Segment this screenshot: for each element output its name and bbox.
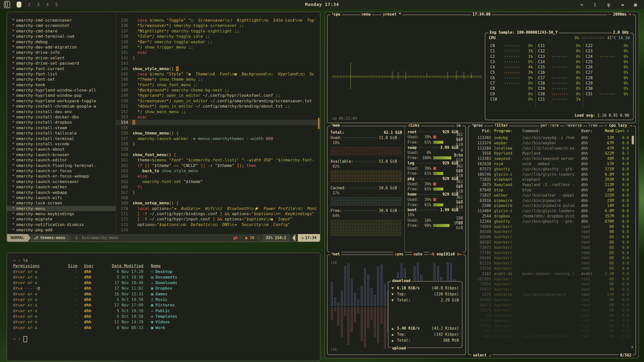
process-row[interactable]: 73656kworker/root0B0.0 (471, 282, 629, 287)
process-row[interactable]: 87649btopbtopdhh26M0.0 (471, 188, 629, 193)
file-item[interactable]: *omarchy-hyprland-window-close-all (7, 87, 116, 93)
file-item[interactable]: *omarchy-drive-info (7, 50, 116, 55)
file-item[interactable]: *omarchy-launch-or-focus-webapp (7, 173, 116, 179)
process-row[interactable]: 2075XwaylandXwayland :1 -rootless -dhh11… (471, 182, 629, 188)
process-row[interactable]: 76575kworker/root0B0.0 (471, 308, 629, 313)
file-item[interactable]: *omarchy-install-docker-dbs (7, 114, 116, 120)
reverse-toggle[interactable]: reverse (565, 123, 583, 128)
process-row[interactable]: 81310kworker/root0B0.0 (471, 261, 629, 266)
process-row[interactable]: 1162avahi-daavahi-daemon: running [avahi… (471, 271, 629, 277)
file-item[interactable]: *omarchy-menu-keybindings (7, 211, 116, 216)
process-row[interactable]: 113284localsea/usr/lib/localsearch-exdhh… (471, 146, 629, 151)
net-auto-toggle[interactable]: auto (412, 252, 424, 256)
preset-button[interactable]: preset * (382, 12, 402, 17)
file-item[interactable]: *omarchy-launch-screensaver (7, 179, 116, 184)
file-item[interactable]: *omarchy-launch-wifi (7, 195, 116, 200)
process-row[interactable]: 68586kworker/root0B0.0 (471, 235, 629, 240)
file-item[interactable]: *omarchy-launch-or-focus (7, 168, 116, 173)
process-row[interactable]: 1916HyprlandHyprlanddhh422M0.1 (471, 151, 629, 156)
process-list[interactable]: 113365swaybg/usr/bin/swaybg -i /homdhh13… (471, 135, 629, 348)
process-row[interactable]: 71837walker/usr/bin/walker --gappldhh325… (471, 193, 629, 198)
file-item[interactable]: *omarchy-launch-browser (7, 152, 116, 157)
tree-toggle[interactable]: tree (587, 123, 599, 128)
file-item[interactable]: *omarchy-cmd-screenshot (7, 23, 116, 28)
file-item[interactable]: *omarchy-launch-editor (7, 157, 116, 163)
mem-box-title[interactable]: 2mem (330, 123, 341, 128)
file-item[interactable]: *omarchy-cmd-terminal-cwd (7, 34, 116, 39)
file-item[interactable]: *omarchy-launch-webapp (7, 190, 116, 195)
file-item[interactable]: *omarchy-migrate (7, 216, 116, 222)
disks-title[interactable]: disks (407, 123, 421, 128)
code-buffer[interactable]: 135 case $(menu "Toggle" "▢ Screensaver\… (116, 12, 320, 234)
process-row[interactable]: 12244ghostty/usr/bin/ghostty --gtk-dhh87… (471, 219, 629, 224)
process-row[interactable]: 74869kworker/root0B0.0 (471, 224, 629, 230)
file-item[interactable]: *omarchy-launch-floating-terminal- (7, 163, 116, 168)
filter-button[interactable]: filter (493, 123, 509, 128)
file-item[interactable]: *omarchy-install-tailscale (7, 130, 116, 136)
file-item[interactable]: *omarchy-drive-set-password (7, 61, 116, 66)
file-item[interactable]: *omarchy-font-list (7, 71, 116, 77)
per-core-toggle[interactable]: per-core (539, 123, 560, 128)
file-item[interactable]: *omarchy-install-dropbox (7, 120, 116, 125)
file-item[interactable]: *omarchy-lock-screen (7, 200, 116, 206)
process-row[interactable]: 63816pipewire/usr/bin/pipewiredhh25M0.0 (471, 198, 629, 203)
select-footer[interactable]: select ↓ (471, 353, 493, 357)
file-item[interactable]: *omarchy-launch-walker (7, 184, 116, 190)
net-sync-toggle[interactable]: sync (393, 252, 405, 256)
file-item[interactable]: *omarchy-launch-about (7, 147, 116, 152)
process-row[interactable]: 2506pipewire/usr/bin/pipewire-pulsedhh14… (471, 203, 629, 208)
process-row[interactable]: 113404glycin-i/usr/lib/glycin-loadersdhh… (471, 208, 629, 214)
process-row[interactable]: 102638nvimnvim --embed .dhh57M0.0 (471, 161, 629, 167)
file-item[interactable]: *omarchy-cmd-screensaver (7, 18, 116, 23)
file-item[interactable]: *omarchy-install-dev-env (7, 109, 116, 114)
net-box-title[interactable]: 3net (330, 252, 341, 256)
scrollbar-thumb[interactable] (318, 118, 319, 129)
process-row[interactable]: 73703kworker/root0B0.0 (471, 250, 629, 256)
process-row[interactable]: 106746glycin-i/usr/lib/glycin-loadersdhh… (471, 172, 629, 177)
proc-scrollbar-thumb[interactable] (632, 136, 634, 144)
file-item[interactable]: *omarchy-drive-select (7, 55, 116, 61)
file-item[interactable]: *omarchy-install-vscode (7, 141, 116, 147)
process-row[interactable]: 76577kworker/root0B0.0 (471, 318, 629, 324)
process-row[interactable]: 1275containe/usr/bin/containerdroot52M0.… (471, 292, 629, 297)
proc-header[interactable]: Pid: Program: Command: User: MemB Cpu% ↑ (471, 129, 629, 134)
file-item[interactable]: *omarchy-install-steam (7, 125, 116, 130)
process-row[interactable]: 94540kworker/root0B0.0 (471, 229, 629, 235)
process-row[interactable]: 87573ghostty/usr/bin/ghostty --gtk-dhh37… (471, 167, 629, 172)
shell-prompt-active[interactable]: ~› (13, 336, 314, 342)
process-row[interactable]: 95673kworker/root0B0.0 (471, 303, 629, 308)
net-interface[interactable]: ←b enp191s0 n→ (429, 252, 463, 256)
file-item[interactable]: *omarchy-font-set (7, 77, 116, 82)
update-interval[interactable]: - 2000ms + (607, 12, 632, 17)
process-row[interactable]: 71835elephantelephantdhh393M0.0 (471, 177, 629, 182)
file-item[interactable]: *omarchy-hook (7, 82, 116, 87)
process-row[interactable]: 2544dropbox/home/dhh/.dropbox-distdhh357… (471, 214, 629, 219)
file-item[interactable]: *omarchy-cmd-share (7, 28, 116, 34)
file-item[interactable]: *omarchy-debug (7, 39, 116, 44)
file-item[interactable]: *omarchy-hyprland-window-pop (7, 93, 116, 98)
process-row[interactable]: 16rcu_preeroot0B0.0 (471, 313, 629, 318)
file-item[interactable]: *omarchy-font-current (7, 66, 116, 71)
file-item[interactable]: *omarchy-pkg-add (7, 227, 116, 233)
sort-column-nav[interactable]: ← cpu lazy → (603, 123, 633, 128)
process-row[interactable]: 68584kworker/root0B0.0 (471, 255, 629, 261)
file-item[interactable]: *omarchy-hyprland-workspace-toggle (7, 98, 116, 104)
process-row[interactable]: 68583kworker/root0B0.0 (471, 240, 629, 245)
file-item[interactable]: *omarchy-menu (7, 206, 116, 211)
file-item[interactable]: *omarchy-install-chromium-google-a (7, 104, 116, 109)
process-row[interactable]: 72088kworker/root0B0.0 (471, 324, 629, 329)
file-item[interactable]: *omarchy-notification-dismiss (7, 222, 116, 227)
io-toggle[interactable]: io (455, 123, 462, 128)
process-row[interactable]: 68402kworker/root0B0.0 (471, 297, 629, 303)
process-row[interactable]: 113374waybar/usr/bin/waybardhh67M0.0 (471, 141, 629, 146)
process-row[interactable]: 803btrfs-trroot0B0.0 (471, 329, 629, 334)
terminal-window[interactable]: ~›lsPermissionsSizeUserDate ModifiedName… (7, 253, 320, 361)
process-row[interactable]: 1470tailscal/usr/sbin/tailscaled --root7… (471, 334, 629, 339)
file-item[interactable]: *omarchy-install-terminal (7, 136, 116, 141)
process-row[interactable]: 102099kworker/root0B0.0 (471, 277, 629, 282)
file-item[interactable]: *omarchy-dev-add-migration (7, 44, 116, 50)
menu-button[interactable]: menu (360, 12, 372, 17)
cpu-box-title[interactable]: 1cpu (331, 12, 342, 17)
process-row[interactable]: 113383swayosd-/usr/bin/swayosd-serverdhh… (471, 156, 629, 161)
proc-box-title[interactable]: 4proc (471, 123, 484, 128)
